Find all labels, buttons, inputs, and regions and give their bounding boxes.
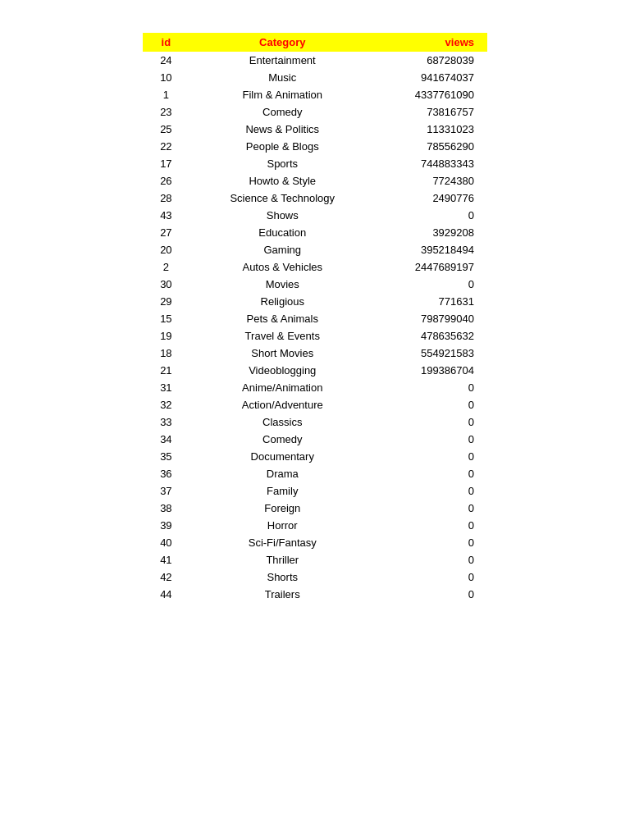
cell-views: 798799040 [376,310,487,327]
cell-category: Entertainment [189,52,376,69]
cell-id: 2 [143,258,189,276]
cell-views: 941674037 [376,69,487,86]
cell-category: People & Blogs [189,138,376,155]
cell-id: 36 [143,465,189,482]
table-row: 30Movies0 [143,276,487,293]
table-row: 33Classics0 [143,413,487,431]
table-row: 15Pets & Animals798799040 [143,310,487,327]
table-row: 28Science & Technology2490776 [143,189,487,207]
cell-category: Sports [189,155,376,172]
cell-id: 43 [143,207,189,224]
cell-category: Documentary [189,448,376,465]
cell-id: 40 [143,534,189,551]
table-row: 29Religious771631 [143,293,487,310]
table-row: 18Short Movies554921583 [143,345,487,362]
cell-id: 25 [143,121,189,138]
cell-id: 18 [143,345,189,362]
table-row: 43Shows0 [143,207,487,224]
cell-views: 2447689197 [376,258,487,276]
cell-id: 19 [143,327,189,345]
table-row: 41Thriller0 [143,551,487,568]
cell-category: Travel & Events [189,327,376,345]
cell-category: Music [189,69,376,86]
cell-views: 0 [376,207,487,224]
cell-category: Film & Animation [189,86,376,103]
cell-views: 0 [376,413,487,431]
cell-views: 7724380 [376,172,487,189]
cell-views: 0 [376,431,487,448]
cell-id: 21 [143,362,189,379]
cell-category: Drama [189,465,376,482]
cell-category: Education [189,224,376,241]
cell-views: 78556290 [376,138,487,155]
cell-category: Foreign [189,500,376,517]
cell-category: Anime/Animation [189,379,376,396]
table-row: 21Videoblogging199386704 [143,362,487,379]
cell-id: 24 [143,52,189,69]
table-row: 31Anime/Animation0 [143,379,487,396]
cell-views: 199386704 [376,362,487,379]
cell-id: 1 [143,86,189,103]
cell-id: 34 [143,431,189,448]
table-row: 36Drama0 [143,465,487,482]
cell-id: 41 [143,551,189,568]
table-row: 23Comedy73816757 [143,103,487,121]
cell-views: 2490776 [376,189,487,207]
table-row: 17Sports744883343 [143,155,487,172]
cell-id: 32 [143,396,189,413]
cell-views: 0 [376,551,487,568]
cell-views: 73816757 [376,103,487,121]
data-table: id Category views 24Entertainment6872803… [143,33,487,603]
table-row: 37Family0 [143,482,487,500]
cell-views: 11331023 [376,121,487,138]
table-row: 35Documentary0 [143,448,487,465]
table-row: 38Foreign0 [143,500,487,517]
cell-views: 0 [376,396,487,413]
cell-views: 0 [376,448,487,465]
table-row: 26Howto & Style7724380 [143,172,487,189]
cell-id: 35 [143,448,189,465]
cell-category: Action/Adventure [189,396,376,413]
cell-id: 15 [143,310,189,327]
cell-category: Trailers [189,586,376,603]
cell-id: 44 [143,586,189,603]
cell-category: Movies [189,276,376,293]
table-row: 22People & Blogs78556290 [143,138,487,155]
header-category: Category [189,33,376,52]
cell-views: 0 [376,534,487,551]
cell-category: News & Politics [189,121,376,138]
table-row: 39Horror0 [143,517,487,534]
table-row: 27Education3929208 [143,224,487,241]
cell-views: 68728039 [376,52,487,69]
cell-id: 42 [143,568,189,586]
cell-views: 0 [376,568,487,586]
cell-id: 20 [143,241,189,258]
cell-id: 29 [143,293,189,310]
cell-category: Howto & Style [189,172,376,189]
table-row: 20Gaming395218494 [143,241,487,258]
table-row: 1Film & Animation4337761090 [143,86,487,103]
cell-views: 0 [376,517,487,534]
cell-id: 37 [143,482,189,500]
cell-views: 3929208 [376,224,487,241]
table-row: 2Autos & Vehicles2447689197 [143,258,487,276]
cell-id: 31 [143,379,189,396]
cell-category: Videoblogging [189,362,376,379]
cell-category: Comedy [189,103,376,121]
cell-category: Short Movies [189,345,376,362]
cell-category: Family [189,482,376,500]
header-id: id [143,33,189,52]
cell-category: Shorts [189,568,376,586]
cell-views: 0 [376,276,487,293]
cell-id: 38 [143,500,189,517]
cell-id: 17 [143,155,189,172]
cell-category: Classics [189,413,376,431]
cell-views: 0 [376,500,487,517]
cell-id: 33 [143,413,189,431]
cell-category: Comedy [189,431,376,448]
cell-views: 554921583 [376,345,487,362]
cell-views: 0 [376,379,487,396]
header-views: views [376,33,487,52]
cell-id: 39 [143,517,189,534]
cell-views: 4337761090 [376,86,487,103]
